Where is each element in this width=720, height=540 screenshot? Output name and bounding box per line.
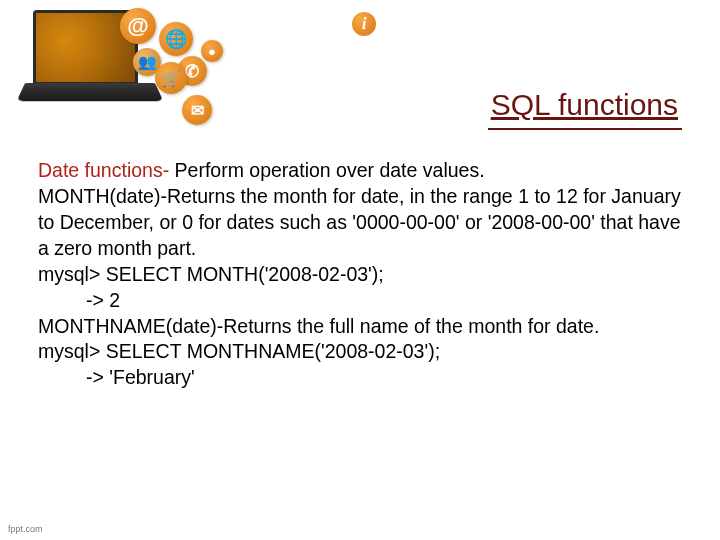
line-month-result: -> 2 (38, 288, 682, 314)
at-icon: @ (120, 8, 156, 44)
line-month-query: mysql> SELECT MONTH('2008-02-03'); (38, 262, 682, 288)
cart-icon: 🛒 (155, 62, 187, 94)
line-date-functions: Date functions- Perform operation over d… (38, 158, 682, 184)
laptop-keyboard (17, 83, 164, 101)
desc-date-functions: Perform operation over date values. (169, 159, 484, 181)
term-date-functions: Date functions- (38, 159, 169, 181)
slide-title: SQL functions (491, 88, 678, 122)
line-monthname-desc: MONTHNAME(date)-Returns the full name of… (38, 314, 682, 340)
line-monthname-result: -> 'February' (38, 365, 682, 391)
globe-icon: 🌐 (159, 22, 193, 56)
dot-icon: ● (201, 40, 223, 62)
mail-icon: ✉ (182, 95, 212, 125)
line-month-desc: MONTH(date)-Returns the month for date, … (38, 184, 682, 262)
info-icon: i (352, 12, 376, 36)
header-decorative-graphic: @ 🌐 👥 ✆ 🛒 ✉ ● (25, 10, 225, 130)
footer-watermark: fppt.com (8, 524, 43, 534)
line-monthname-query: mysql> SELECT MONTHNAME('2008-02-03'); (38, 339, 682, 365)
title-underline (488, 128, 682, 130)
slide-body: Date functions- Perform operation over d… (38, 158, 682, 391)
